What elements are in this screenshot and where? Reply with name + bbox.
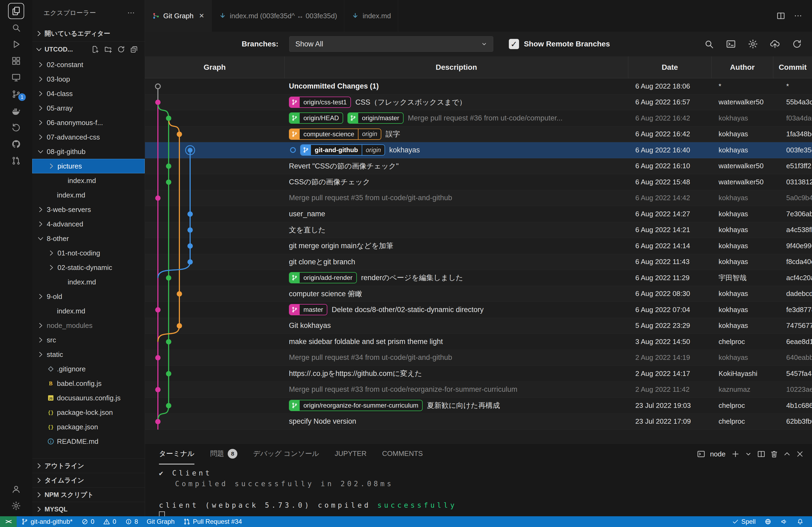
tree-item[interactable]: 08-git-github <box>32 144 145 159</box>
maximize-panel-icon[interactable] <box>782 450 792 458</box>
tree-item[interactable]: 4-advanced <box>32 217 145 231</box>
settings-button[interactable] <box>0 497 32 514</box>
tree-item[interactable]: README.md <box>32 434 145 449</box>
remote-explorer-button[interactable] <box>0 69 32 86</box>
status-0[interactable]: 0 <box>77 516 99 527</box>
show-remote-checkbox[interactable]: ✓ <box>509 39 519 49</box>
commit-row[interactable]: Git kokhayas5 Aug 2022 23:29kokhayas7475… <box>145 318 812 334</box>
run-debug-button[interactable] <box>0 36 32 52</box>
split-editor-icon[interactable] <box>776 11 786 21</box>
branch-badge[interactable]: origin/add-render <box>289 272 357 283</box>
commit-row[interactable]: user_name6 Aug 2022 14:27kokhayas7e306ab… <box>145 206 812 222</box>
open-editors-section[interactable]: 開いているエディター <box>32 26 145 41</box>
commit-row[interactable]: origin/css-test1CSS（フレックスボックスまで）6 Aug 20… <box>145 94 812 110</box>
tree-item[interactable]: Bbabel.config.js <box>32 376 145 391</box>
commit-row[interactable]: git-and-githuboriginkokhayas6 Aug 2022 1… <box>145 142 812 158</box>
commit-row[interactable]: Uncommitted Changes (1)6 Aug 2022 18:06*… <box>145 78 812 94</box>
shell-label[interactable]: node <box>710 450 726 458</box>
terminal-icon[interactable] <box>726 39 736 49</box>
source-control-button[interactable]: 1 <box>0 86 32 103</box>
editor-tab-1[interactable]: Git Graph✕ <box>145 0 212 32</box>
refresh-explorer-icon[interactable] <box>117 45 126 54</box>
commit-row[interactable]: specify Node version23 Jul 2022 17:09che… <box>145 414 812 430</box>
branch-badge[interactable]: origin/css-test1 <box>289 96 351 108</box>
tree-item[interactable]: 01-not-coding <box>32 246 145 260</box>
sidebar-section-4[interactable]: MYSQL <box>32 502 145 516</box>
workspace-section[interactable]: UTCOD... <box>32 41 145 57</box>
commit-row[interactable]: 文を直した6 Aug 2022 14:21kokhayasa4c538fb <box>145 222 812 238</box>
status-pull-request-34[interactable]: Pull Request #34 <box>179 516 246 527</box>
panel-tab-1[interactable]: ターミナル <box>159 443 194 465</box>
remote-indicator[interactable]: >< <box>0 516 17 527</box>
tree-item[interactable]: 8-other <box>32 231 145 246</box>
column-header-graph[interactable]: Graph <box>145 56 285 78</box>
split-terminal-icon[interactable] <box>757 450 766 458</box>
tree-item[interactable]: 03-loop <box>32 72 145 86</box>
branch-badge[interactable]: origin/master <box>347 112 404 124</box>
editor-tab-3[interactable]: index.md <box>344 0 398 32</box>
editor-tab-2[interactable]: index.md (003fe35d^ ↔ 003fe35d) <box>212 0 345 32</box>
collapse-all-icon[interactable] <box>130 45 138 54</box>
panel-tab-4[interactable]: JUPYTER <box>335 443 366 465</box>
branch-badge[interactable]: origin/reorganize-for-summer-curriculum <box>289 400 423 411</box>
tree-item[interactable]: JSdocusaurus.config.js <box>32 391 145 405</box>
docker-button[interactable] <box>0 103 32 119</box>
tree-item[interactable]: 9-old <box>32 289 145 304</box>
branch-badge[interactable]: origin/HEAD <box>289 112 343 124</box>
column-header-description[interactable]: Description <box>285 56 628 78</box>
close-panel-icon[interactable] <box>795 450 804 458</box>
explorer-button[interactable] <box>0 3 32 19</box>
commit-row[interactable]: Merge pull request #33 from ut-code/reor… <box>145 382 812 398</box>
tree-item[interactable]: src <box>32 333 145 347</box>
commit-row[interactable]: masterDelete docs/8-other/02-static-dyna… <box>145 302 812 318</box>
kill-terminal-icon[interactable] <box>770 450 779 458</box>
sidebar-section-2[interactable]: タイムライン <box>32 473 145 487</box>
node-terminal-icon[interactable] <box>697 450 706 458</box>
globe-icon[interactable] <box>760 516 776 527</box>
tree-item[interactable]: 02-static-dynamic <box>32 260 145 275</box>
panel-tab-2[interactable]: 問題8 <box>210 443 237 465</box>
refresh-icon[interactable] <box>792 39 802 49</box>
new-folder-icon[interactable] <box>104 45 113 54</box>
tree-item[interactable]: node_modules <box>32 318 145 333</box>
commit-row[interactable]: git cloneとgit branch6 Aug 2022 11:43kokh… <box>145 254 812 270</box>
account-button[interactable] <box>0 481 32 497</box>
tree-item[interactable]: {}package-lock.json <box>32 405 145 420</box>
tree-item[interactable]: static <box>32 347 145 362</box>
status-spell[interactable]: Spell <box>727 516 760 527</box>
history-button[interactable] <box>0 119 32 136</box>
tree-item[interactable]: index.md <box>32 174 145 188</box>
status-0[interactable]: 0 <box>99 516 120 527</box>
commit-row[interactable]: computer science 俯瞰6 Aug 2022 08:30kokha… <box>145 286 812 302</box>
sidebar-section-1[interactable]: アウトライン <box>32 458 145 473</box>
commit-row[interactable]: Revert "CSSの節の画像チェック"6 Aug 2022 16:10wat… <box>145 158 812 175</box>
tree-item[interactable]: index.md <box>32 304 145 318</box>
branch-badge[interactable]: computer-scienceorigin <box>289 129 381 140</box>
commit-row[interactable]: origin/reorganize-for-summer-curriculum夏… <box>145 398 812 414</box>
commit-row[interactable]: origin/HEADorigin/masterMerge pull reque… <box>145 110 812 126</box>
terminal-dropdown-icon[interactable] <box>744 450 753 458</box>
terminal-content[interactable]: ✔ ClientCompiled successfully in 202.08m… <box>145 465 812 516</box>
panel-tab-3[interactable]: デバッグ コンソール <box>253 443 319 465</box>
branches-dropdown[interactable]: Show All <box>289 36 493 52</box>
editor-more-icon[interactable] <box>793 11 803 21</box>
cloud-upload-icon[interactable] <box>770 39 780 49</box>
github-button[interactable] <box>0 136 32 152</box>
tree-item[interactable]: index.md <box>32 275 145 289</box>
tree-item[interactable]: index.md <box>32 188 145 202</box>
commit-row[interactable]: Merge pull request #35 from ut-code/git-… <box>145 190 812 206</box>
column-header-date[interactable]: Date <box>628 56 712 78</box>
commit-row[interactable]: git merge origin mainなどを加筆6 Aug 2022 14:… <box>145 238 812 254</box>
tree-item[interactable]: 07-advanced-css <box>32 130 145 144</box>
more-actions-icon[interactable] <box>127 8 135 17</box>
commit-row[interactable]: Merge pull request #34 from ut-code/git-… <box>145 350 812 366</box>
status-git-graph[interactable]: Git Graph <box>142 516 179 527</box>
search-button[interactable] <box>0 19 32 36</box>
tree-item[interactable]: 06-anonymous-f... <box>32 115 145 130</box>
search-icon[interactable] <box>704 39 714 49</box>
gear-icon[interactable] <box>748 39 758 49</box>
tree-item[interactable]: 3-web-servers <box>32 202 145 217</box>
extensions-button[interactable] <box>0 52 32 69</box>
tree-item[interactable]: 05-array <box>32 101 145 115</box>
pull-request-button[interactable] <box>0 152 32 169</box>
